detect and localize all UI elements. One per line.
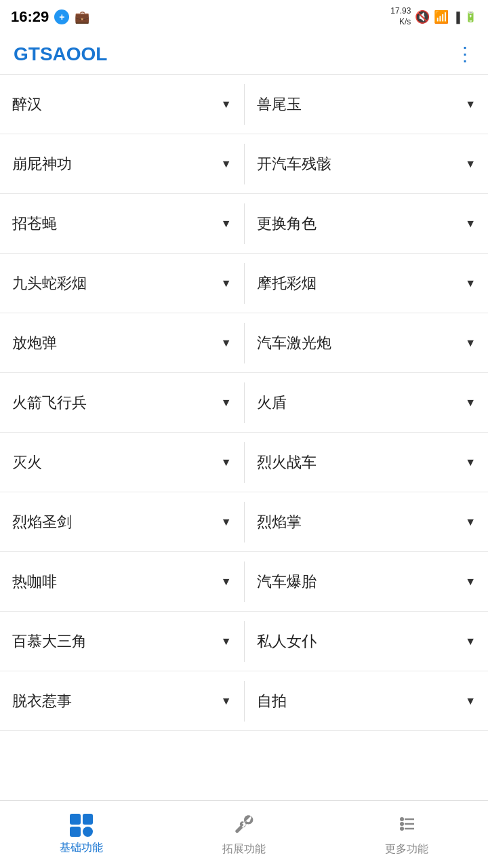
list-item-left-text: 百慕大三角 bbox=[12, 631, 216, 652]
list-item-left[interactable]: 崩屁神功▼ bbox=[0, 154, 244, 174]
list-item-right-text: 开汽车残骸 bbox=[257, 154, 460, 174]
dropdown-arrow-left[interactable]: ▼ bbox=[221, 635, 232, 648]
speed-display: 17.93K/s bbox=[390, 6, 411, 27]
list-item-left[interactable]: 烈焰圣剑▼ bbox=[0, 512, 244, 532]
list-item-right[interactable]: 开汽车残骸▼ bbox=[245, 154, 489, 174]
dropdown-arrow-right[interactable]: ▼ bbox=[465, 456, 476, 469]
nav-label-expand: 拓展功能 bbox=[222, 842, 266, 856]
nav-label-basic: 基础功能 bbox=[60, 841, 103, 855]
list-item-right[interactable]: 私人女仆▼ bbox=[245, 631, 489, 652]
dropdown-arrow-right[interactable]: ▼ bbox=[465, 277, 476, 290]
table-row: 脱衣惹事▼自拍▼ bbox=[0, 671, 488, 731]
table-row: 热咖啡▼汽车爆胎▼ bbox=[0, 552, 488, 612]
list-item-right-text: 摩托彩烟 bbox=[257, 273, 460, 294]
dropdown-arrow-left[interactable]: ▼ bbox=[221, 456, 232, 469]
list-item-left-text: 火箭飞行兵 bbox=[12, 393, 216, 413]
main-list: 醉汉▼兽尾玉▼崩屁神功▼开汽车残骸▼招苍蝇▼更换角色▼九头蛇彩烟▼摩托彩烟▼放炮… bbox=[0, 75, 488, 800]
list-item-left[interactable]: 热咖啡▼ bbox=[0, 572, 244, 592]
dropdown-arrow-left[interactable]: ▼ bbox=[221, 337, 232, 349]
list-item-left-text: 热咖啡 bbox=[12, 572, 216, 592]
status-left: 16:29 + 💼 bbox=[11, 8, 89, 26]
list-item-left[interactable]: 醉汉▼ bbox=[0, 94, 244, 115]
dropdown-arrow-right[interactable]: ▼ bbox=[465, 635, 476, 648]
dropdown-arrow-left[interactable]: ▼ bbox=[221, 158, 232, 170]
svg-point-0 bbox=[400, 822, 404, 826]
mute-icon: 🔇 bbox=[415, 9, 430, 24]
dropdown-arrow-left[interactable]: ▼ bbox=[221, 277, 232, 290]
dropdown-arrow-left[interactable]: ▼ bbox=[221, 98, 232, 111]
list-item-right[interactable]: 汽车激光炮▼ bbox=[245, 333, 489, 353]
nav-item-expand[interactable]: 拓展功能 bbox=[163, 801, 325, 868]
list-item-left-text: 招苍蝇 bbox=[12, 214, 216, 234]
list-item-left[interactable]: 灭火▼ bbox=[0, 452, 244, 473]
dropdown-arrow-right[interactable]: ▼ bbox=[465, 98, 476, 111]
table-row: 灭火▼烈火战车▼ bbox=[0, 433, 488, 492]
dropdown-arrow-left[interactable]: ▼ bbox=[221, 218, 232, 230]
table-row: 九头蛇彩烟▼摩托彩烟▼ bbox=[0, 254, 488, 313]
dropdown-arrow-right[interactable]: ▼ bbox=[465, 218, 476, 230]
list-item-left[interactable]: 九头蛇彩烟▼ bbox=[0, 273, 244, 294]
signal-icon: ▐ bbox=[453, 12, 460, 23]
overflow-menu-button[interactable]: ⋮ bbox=[455, 43, 474, 65]
nav-item-more[interactable]: 更多功能 bbox=[325, 801, 488, 868]
list-item-left-text: 放炮弹 bbox=[12, 333, 216, 353]
list-item-left-text: 烈焰圣剑 bbox=[12, 512, 216, 532]
list-item-right[interactable]: 烈焰掌▼ bbox=[245, 512, 489, 532]
dropdown-arrow-right[interactable]: ▼ bbox=[465, 695, 476, 707]
wrench-icon bbox=[232, 812, 256, 838]
list-item-right-text: 汽车激光炮 bbox=[257, 333, 460, 353]
settings-icon bbox=[395, 812, 418, 838]
list-item-right[interactable]: 更换角色▼ bbox=[245, 214, 489, 234]
list-item-right[interactable]: 自拍▼ bbox=[245, 691, 489, 711]
svg-point-1 bbox=[400, 817, 404, 821]
list-item-right-text: 兽尾玉 bbox=[257, 94, 460, 115]
status-bar: 16:29 + 💼 17.93K/s 🔇 📶 ▐ 🔋 bbox=[0, 0, 488, 34]
list-item-right-text: 汽车爆胎 bbox=[257, 572, 460, 592]
list-item-left-text: 崩屁神功 bbox=[12, 154, 216, 174]
list-item-right[interactable]: 兽尾玉▼ bbox=[245, 94, 489, 115]
dropdown-arrow-right[interactable]: ▼ bbox=[465, 516, 476, 528]
app-bar: GTSAOOL ⋮ bbox=[0, 34, 488, 75]
table-row: 醉汉▼兽尾玉▼ bbox=[0, 75, 488, 134]
list-item-right-text: 自拍 bbox=[257, 691, 460, 711]
dropdown-arrow-left[interactable]: ▼ bbox=[221, 695, 232, 707]
dropdown-arrow-right[interactable]: ▼ bbox=[465, 337, 476, 349]
battery-icon: 🔋 bbox=[464, 11, 477, 23]
list-item-left-text: 脱衣惹事 bbox=[12, 691, 216, 711]
list-item-right-text: 火盾 bbox=[257, 393, 460, 413]
list-item-right[interactable]: 汽车爆胎▼ bbox=[245, 572, 489, 592]
dropdown-arrow-left[interactable]: ▼ bbox=[221, 516, 232, 528]
list-item-right-text: 烈火战车 bbox=[257, 452, 460, 473]
plus-circle-icon: + bbox=[54, 9, 69, 24]
svg-point-2 bbox=[400, 827, 404, 831]
list-item-right-text: 烈焰掌 bbox=[257, 512, 460, 532]
status-right: 17.93K/s 🔇 📶 ▐ 🔋 bbox=[390, 6, 477, 27]
list-item-right[interactable]: 火盾▼ bbox=[245, 393, 489, 413]
time-display: 16:29 bbox=[11, 8, 49, 26]
list-item-right[interactable]: 烈火战车▼ bbox=[245, 452, 489, 473]
dropdown-arrow-right[interactable]: ▼ bbox=[465, 576, 476, 588]
list-item-right[interactable]: 摩托彩烟▼ bbox=[245, 273, 489, 294]
table-row: 放炮弹▼汽车激光炮▼ bbox=[0, 313, 488, 373]
table-row: 烈焰圣剑▼烈焰掌▼ bbox=[0, 492, 488, 552]
grid-icon bbox=[70, 814, 93, 837]
dropdown-arrow-right[interactable]: ▼ bbox=[465, 397, 476, 409]
list-item-left-text: 灭火 bbox=[12, 452, 216, 473]
briefcase-icon: 💼 bbox=[75, 9, 89, 24]
bottom-navigation: 基础功能 拓展功能 更多功能 bbox=[0, 800, 488, 868]
list-item-left[interactable]: 脱衣惹事▼ bbox=[0, 691, 244, 711]
nav-label-more: 更多功能 bbox=[385, 842, 428, 856]
list-item-left[interactable]: 招苍蝇▼ bbox=[0, 214, 244, 234]
table-row: 火箭飞行兵▼火盾▼ bbox=[0, 373, 488, 433]
table-row: 崩屁神功▼开汽车残骸▼ bbox=[0, 134, 488, 194]
list-item-left[interactable]: 火箭飞行兵▼ bbox=[0, 393, 244, 413]
table-row: 百慕大三角▼私人女仆▼ bbox=[0, 612, 488, 671]
list-item-left[interactable]: 放炮弹▼ bbox=[0, 333, 244, 353]
dropdown-arrow-left[interactable]: ▼ bbox=[221, 397, 232, 409]
list-item-left[interactable]: 百慕大三角▼ bbox=[0, 631, 244, 652]
dropdown-arrow-left[interactable]: ▼ bbox=[221, 576, 232, 588]
wifi-icon: 📶 bbox=[434, 9, 449, 24]
nav-item-basic[interactable]: 基础功能 bbox=[0, 801, 163, 868]
dropdown-arrow-right[interactable]: ▼ bbox=[465, 158, 476, 170]
list-item-right-text: 私人女仆 bbox=[257, 631, 460, 652]
